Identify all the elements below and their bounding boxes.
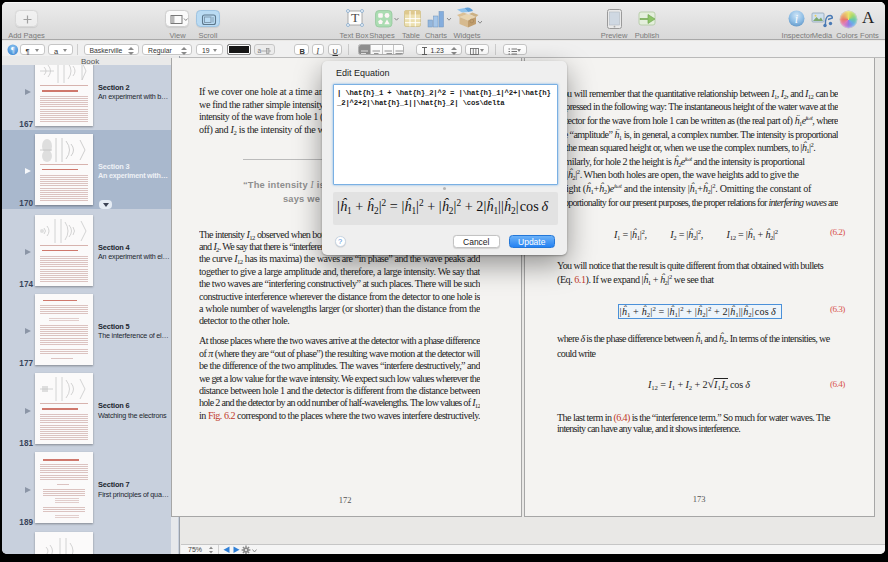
svg-text:T: T [351, 10, 360, 25]
svg-text:¶: ¶ [11, 45, 15, 54]
svg-text:i: i [795, 12, 798, 26]
